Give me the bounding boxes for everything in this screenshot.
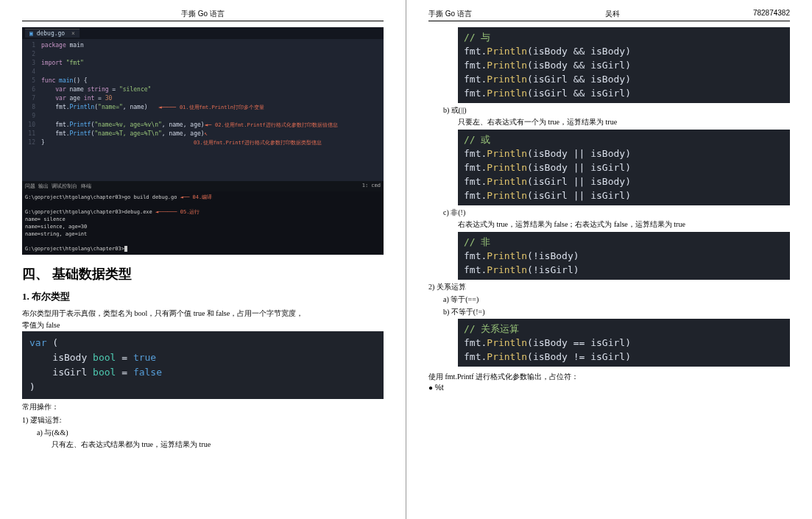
page-header-left: 手撕 Go 语言: [22, 9, 384, 21]
list-item: 2) 关系运算: [428, 282, 790, 292]
annotation: 04.编译: [193, 194, 213, 200]
paragraph: 右表达式为 true，运算结果为 false；右表达式为 false，运算结果为…: [428, 219, 790, 230]
header-author: 吴科: [605, 9, 620, 19]
close-icon: ×: [71, 30, 75, 37]
code-block-rel: // 关系运算 fmt.Println(isBody == isGirl) fm…: [458, 319, 790, 367]
code-wrap: // 或 fmt.Println(isBody || isBody) fmt.P…: [428, 130, 790, 205]
paragraph: 只有左、右表达式结果都为 true，运算结果为 true: [22, 439, 384, 451]
list-item: b) 或(||): [428, 105, 790, 116]
list-item: a) 等于(==): [428, 294, 790, 305]
header-title: 手撕 Go 语言: [428, 9, 472, 19]
code-wrap: // 关系运算 fmt.Println(isBody == isGirl) fm…: [428, 319, 790, 367]
code-block-and: // 与 fmt.Println(isBody && isBody) fmt.P…: [458, 27, 790, 103]
annotation: 02.使用fmt.Printf进行格式化参数打印数据值信息: [215, 122, 338, 128]
paragraph: 只要左、右表达式有一个为 true，运算结果为 true: [428, 116, 790, 128]
header-id: 782874382: [753, 9, 790, 19]
terminal-output: G:\goproject\htgolang\chapter03>go build…: [22, 191, 384, 255]
list-item: 1) 逻辑运算:: [22, 415, 384, 426]
header-title: 手撕 Go 语言: [181, 9, 225, 19]
section-heading: 四、 基础数据类型: [22, 265, 384, 283]
page-right: 手撕 Go 语言 吴科 782874382 // 与 fmt.Println(i…: [406, 0, 812, 519]
code-block-or: // 或 fmt.Println(isBody || isBody) fmt.P…: [458, 130, 790, 205]
code-wrap: // 与 fmt.Println(isBody && isBody) fmt.P…: [428, 27, 790, 103]
code-block-not: // 非 fmt.Println(!isBody) fmt.Println(!i…: [458, 232, 790, 280]
code-wrap: // 非 fmt.Println(!isBody) fmt.Println(!i…: [428, 232, 790, 280]
annotation: 05.运行: [180, 209, 200, 215]
annotation: 03.使用fmt.Printf进行格式化参数打印数据类型信息: [194, 140, 322, 146]
terminal-session: 1: cmd: [362, 183, 381, 190]
code-block-var: var ( isBody bool = true isGirl bool = f…: [22, 331, 384, 399]
list-item: b) 不等于(!=): [428, 307, 790, 317]
annotation: 01.使用fmt.Println打印多个变量: [180, 105, 264, 110]
ide-tab: ▣ debug.go ×: [25, 29, 80, 38]
text-line: 零值为 false: [22, 321, 60, 329]
terminal-tabs: 问题 输出 调试控制台 终端: [25, 183, 91, 190]
go-icon: ▣: [29, 30, 33, 37]
label: 常用操作：: [22, 401, 384, 413]
ide-tab-label: debug.go: [37, 30, 66, 37]
subsection-heading: 1. 布尔类型: [22, 290, 384, 303]
paragraph: 使用 fmt.Printf 进行格式化参数输出，占位符：: [428, 371, 790, 383]
ide-screenshot: ▣ debug.go × 1package main 2 3import "fm…: [22, 27, 384, 255]
document-spread: 手撕 Go 语言 ▣ debug.go × 1package main 2 3i…: [0, 0, 812, 519]
page-header-right: 手撕 Go 语言 吴科 782874382: [428, 9, 790, 21]
page-left: 手撕 Go 语言 ▣ debug.go × 1package main 2 3i…: [0, 0, 406, 519]
paragraph: 布尔类型用于表示真假，类型名为 bool，只有两个值 true 和 false，…: [22, 308, 384, 331]
text-line: 布尔类型用于表示真假，类型名为 bool，只有两个值 true 和 false，…: [22, 309, 303, 317]
list-item: c) 非(!): [428, 208, 790, 218]
ide-tabbar: ▣ debug.go ×: [22, 27, 384, 39]
code-editor: 1package main 2 3import "fmt" 4 5func ma…: [22, 39, 384, 181]
terminal-tabbar: 问题 输出 调试控制台 终端 1: cmd: [22, 181, 384, 191]
list-item: a) 与(&&): [22, 428, 384, 438]
bullet-item: ● %t: [428, 384, 790, 392]
